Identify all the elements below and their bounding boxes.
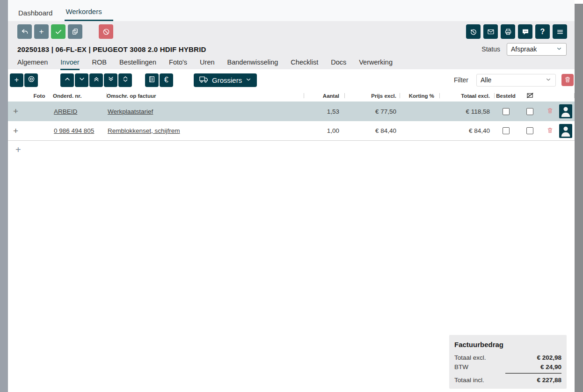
omschrijving-link[interactable]: Remblokkenset, schijfrem [107, 127, 180, 134]
header-totaal-excl[interactable]: Totaal excl. [440, 90, 495, 102]
trash-icon [547, 127, 554, 135]
summary-title: Factuurbedrag [454, 341, 561, 348]
aantal-cell: 1,00 [304, 127, 345, 134]
back-button[interactable] [17, 24, 32, 39]
onderd-nr-link[interactable]: ARBEID [53, 108, 77, 115]
table-row[interactable]: + ARBEID Werkplaatstarief 1,53 € 77,50 €… [8, 102, 575, 121]
besteld-checkbox[interactable] [503, 108, 510, 115]
history-button[interactable] [466, 24, 481, 39]
header-expand [8, 90, 26, 102]
expand-row-button[interactable]: + [8, 126, 26, 136]
email-button[interactable] [483, 24, 498, 39]
header-no-invoice[interactable] [517, 90, 543, 102]
sort-chevrons-icon [122, 75, 129, 85]
copy-button[interactable] [68, 24, 82, 39]
trash-icon [564, 76, 571, 85]
workorder-title: 20250183 | 06-FL-EX | PEUGEOT 3008 2.0 H… [17, 45, 206, 53]
header-omschrijving[interactable]: Omschr. op factuur [107, 90, 304, 102]
add-workorder-button[interactable]: + [34, 24, 49, 39]
aantal-cell: 1,53 [304, 108, 345, 115]
app-window: Dashboard Werkorders + [0, 0, 583, 392]
tab-bestellingen[interactable]: Bestellingen [119, 58, 156, 70]
tab-algemeen[interactable]: Algemeen [17, 58, 48, 70]
no-invoice-checkbox[interactable] [526, 108, 533, 115]
euro-icon: € [164, 76, 168, 84]
grossiers-dropdown-button[interactable]: Grossiers [194, 73, 257, 87]
totaal-cell: € 84,40 [440, 127, 495, 134]
move-down-button[interactable] [75, 73, 88, 87]
prijs-cell: € 77,50 [345, 108, 400, 115]
topnav-tab-werkorders[interactable]: Werkorders [65, 3, 113, 21]
tab-uren[interactable]: Uren [200, 58, 214, 70]
status-label: Status [481, 45, 500, 53]
history-icon [469, 28, 478, 36]
chevron-down-icon [556, 45, 562, 53]
save-button[interactable] [51, 24, 66, 39]
tab-verwerking[interactable]: Verwerking [359, 58, 393, 70]
copy-icon [71, 28, 79, 36]
header-onderd-nr[interactable]: Onderd. nr. [53, 90, 107, 102]
header-foto[interactable]: Foto [26, 90, 53, 102]
header-user-col [557, 90, 575, 102]
filter-value: Alle [481, 76, 545, 84]
delete-row-button[interactable] [543, 127, 557, 135]
plus-icon: + [15, 76, 19, 84]
move-top-button[interactable] [89, 73, 103, 87]
help-button[interactable]: ? [535, 24, 550, 39]
sort-button[interactable] [118, 73, 132, 87]
tab-invoer[interactable]: Invoer [60, 58, 79, 70]
catalog-button[interactable] [145, 73, 159, 87]
move-up-button[interactable] [60, 73, 74, 87]
ban-icon [102, 28, 110, 36]
question-icon: ? [540, 28, 545, 36]
person-icon [560, 105, 572, 118]
journal-icon [148, 75, 156, 85]
tab-checklist[interactable]: Checklist [291, 58, 318, 70]
table-row[interactable]: + 0 986 494 805 Remblokkenset, schijfrem… [8, 121, 575, 141]
header-korting[interactable]: Korting % [400, 90, 440, 102]
totaal-excl-value: € 202,98 [537, 354, 561, 361]
omschrijving-link[interactable]: Werkplaatstarief [107, 108, 153, 115]
summary-divider [505, 373, 561, 374]
envelope-icon [487, 28, 495, 36]
delete-row-button[interactable] [543, 107, 557, 116]
filter-select[interactable]: Alle [476, 74, 556, 87]
tab-fotos[interactable]: Foto's [169, 58, 187, 70]
menu-button[interactable] [553, 24, 567, 39]
print-button[interactable] [501, 24, 515, 39]
header-aantal[interactable]: Aantal [304, 90, 345, 102]
left-margin-strip [0, 0, 8, 392]
btw-value: € 24,90 [540, 363, 561, 370]
double-chevron-up-icon [93, 75, 100, 85]
besteld-checkbox[interactable] [503, 127, 510, 134]
tab-rob[interactable]: ROB [92, 58, 107, 70]
tab-bandenwisseling[interactable]: Bandenwisseling [227, 58, 278, 70]
tab-docs[interactable]: Docs [331, 58, 346, 70]
top-navigation: Dashboard Werkorders [8, 0, 575, 21]
back-arrow-icon [21, 28, 29, 36]
status-select[interactable]: Afspraak [507, 43, 567, 56]
vertical-scrollbar[interactable] [575, 4, 583, 392]
mechanic-avatar[interactable] [559, 104, 572, 118]
onderd-nr-link[interactable]: 0 986 494 805 [53, 127, 94, 134]
hamburger-icon [556, 28, 564, 36]
main-toolbar: + [17, 24, 575, 39]
totaal-excl-label: Totaal excl. [454, 354, 486, 361]
header-besteld[interactable]: Besteld [495, 90, 517, 102]
expand-row-button[interactable]: + [8, 106, 26, 116]
header-prijs-excl[interactable]: Prijs excl. [345, 90, 400, 102]
add-new-line-button[interactable]: + [8, 141, 575, 155]
move-bottom-button[interactable] [104, 73, 117, 87]
chat-button[interactable] [518, 24, 532, 39]
prijs-cell: € 84,40 [345, 127, 400, 134]
view-button[interactable] [24, 73, 38, 87]
topnav-tab-dashboard[interactable]: Dashboard [17, 4, 53, 21]
table-header: Foto Onderd. nr. Omschr. op factuur Aant… [8, 90, 575, 102]
totaal-cell: € 118,58 [440, 108, 495, 115]
cancel-workorder-button[interactable] [99, 24, 113, 39]
mechanic-avatar[interactable] [559, 124, 572, 138]
price-button[interactable]: € [160, 73, 173, 87]
delete-lines-button[interactable] [561, 74, 574, 86]
add-line-button[interactable]: + [10, 73, 23, 87]
no-invoice-checkbox[interactable] [526, 127, 533, 134]
